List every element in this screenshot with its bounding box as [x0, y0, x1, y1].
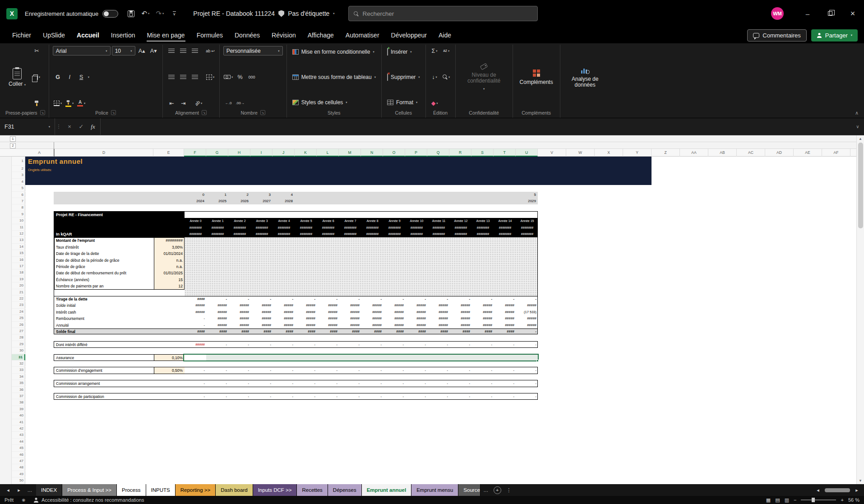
cell-G27[interactable]: #### [207, 328, 227, 334]
row-header-38[interactable]: 38 [12, 399, 25, 406]
restore-button[interactable] [819, 0, 841, 27]
copy-button[interactable]: ▾ [32, 72, 42, 82]
number-format-combo[interactable]: Personnalisée▾ [223, 46, 283, 55]
cell-R25[interactable]: ##### [450, 315, 470, 322]
scale-year-2028[interactable]: 2028 [273, 198, 293, 204]
cell-L22[interactable]: - [317, 296, 337, 302]
cell-J35[interactable]: - [273, 380, 293, 387]
row-header-27[interactable]: 27 [12, 328, 25, 334]
cell-P35[interactable]: - [406, 380, 426, 387]
tab-options-icon[interactable]: ⋮ [504, 484, 514, 496]
ribbon-tab-mise-en-page[interactable]: Mise en page [141, 27, 191, 43]
year-header-4[interactable]: Année 4 [273, 218, 295, 224]
cell-O37[interactable]: - [383, 393, 404, 400]
cell-E13[interactable]: ######## [154, 237, 183, 244]
cell-D16[interactable]: Date de début de la période de grâce [56, 257, 119, 264]
cell-P26[interactable]: ##### [406, 322, 426, 328]
row-header-8[interactable]: 8 [12, 204, 25, 211]
cell-E17[interactable]: n.a. [154, 264, 183, 270]
cell-D15[interactable]: Date de tirage de la dette [56, 250, 99, 257]
row-header-31[interactable]: 31 [12, 354, 25, 361]
column-header-A[interactable]: A [25, 149, 54, 157]
new-sheet-button[interactable]: + [494, 486, 501, 494]
cell-D14[interactable]: Taux d'intérêt [56, 244, 79, 250]
cell-P33[interactable]: - [406, 367, 426, 374]
year-header-10[interactable]: Année 10 [406, 218, 428, 224]
cell-H25[interactable]: ##### [229, 315, 249, 322]
cell-T23[interactable]: ##### [494, 302, 514, 309]
cell-H23[interactable]: ##### [229, 302, 249, 309]
cell-J37[interactable]: - [273, 393, 293, 400]
cell-I33[interactable]: - [251, 367, 271, 374]
tabs-overflow-icon[interactable]: … [481, 484, 491, 496]
cell-U35[interactable]: - [516, 380, 536, 387]
cell-M35[interactable]: - [339, 380, 360, 387]
row-header-34[interactable]: 34 [12, 374, 25, 380]
cell-N33[interactable]: - [361, 367, 382, 374]
column-header-N[interactable]: N [361, 149, 383, 157]
cell-L35[interactable]: - [317, 380, 337, 387]
cell-F29[interactable]: ##### [185, 342, 205, 348]
align-center-button[interactable] [178, 72, 189, 82]
row-header-15[interactable]: 15 [12, 250, 25, 256]
hscroll-thumb[interactable] [825, 488, 850, 492]
year-header-6[interactable]: Année 6 [317, 218, 339, 224]
name-box[interactable]: F31▾ [0, 118, 55, 135]
cell-J22[interactable]: - [273, 296, 293, 302]
cell-D29[interactable]: Dont intérêt différé [56, 342, 88, 348]
cell-K33[interactable]: - [295, 367, 315, 374]
scale-year-2026[interactable]: 2026 [228, 198, 249, 204]
font-size-combo[interactable]: 10▾ [112, 46, 135, 55]
cell-R29[interactable]: - [450, 342, 470, 348]
decrease-indent-button[interactable]: ⇤ [166, 98, 177, 108]
cell-G29[interactable]: - [207, 342, 227, 348]
cell-H37[interactable]: - [229, 393, 249, 400]
italic-button[interactable]: I [65, 72, 75, 82]
decrease-decimal-button[interactable]: .00→ [235, 98, 245, 108]
autosum-button[interactable]: Σ▾ [430, 46, 440, 55]
cell-P27[interactable]: #### [406, 328, 426, 334]
cell-G35[interactable]: - [207, 380, 227, 387]
cell-L33[interactable]: - [317, 367, 337, 374]
cell-S25[interactable]: ##### [472, 315, 492, 322]
accessibility-status[interactable]: Accessibilité : consultez nos recommanda… [42, 497, 144, 503]
row-header-42[interactable]: 42 [12, 425, 25, 432]
cell-D37[interactable]: Commission de participation [56, 393, 104, 400]
row-header-5[interactable]: 5 [12, 185, 25, 191]
cell-Q26[interactable]: ##### [428, 322, 448, 328]
merge-center-button[interactable]: ▾ [205, 72, 216, 82]
cell-K26[interactable]: ##### [295, 322, 315, 328]
conditional-formatting-button[interactable]: Mise en forme conditionnelle▾ [291, 46, 378, 57]
row-header-47[interactable]: 47 [12, 458, 25, 464]
alignment-dialog-launcher[interactable]: ↘ [202, 110, 207, 115]
cell-T27[interactable]: #### [494, 328, 514, 334]
cell-G33[interactable]: - [207, 367, 227, 374]
row-header-43[interactable]: 43 [12, 432, 25, 438]
row-header-16[interactable]: 16 [12, 257, 25, 263]
row-header-17[interactable]: 17 [12, 263, 25, 269]
cell-Q27[interactable]: #### [428, 328, 448, 334]
cell-N26[interactable]: ##### [361, 322, 382, 328]
row-header-19[interactable]: 19 [12, 276, 25, 282]
cell-G37[interactable]: - [207, 393, 227, 400]
column-header-P[interactable]: P [405, 149, 427, 157]
cell-S29[interactable]: - [472, 342, 492, 348]
cell-U22[interactable]: - [516, 296, 536, 302]
unit-label-cell[interactable]: In kQAR [56, 231, 72, 237]
column-header-D[interactable]: D [54, 149, 153, 157]
cell-N35[interactable]: - [361, 380, 382, 387]
cell-R27[interactable]: #### [450, 328, 470, 334]
cell-P24[interactable]: ##### [406, 309, 426, 315]
row-header-12[interactable]: 12 [12, 231, 25, 237]
cell-Q22[interactable]: - [428, 296, 448, 302]
cell-F24[interactable]: ##### [185, 309, 205, 315]
column-header-U[interactable]: U [516, 149, 538, 157]
cell-O26[interactable]: ##### [383, 322, 404, 328]
cell-Q33[interactable]: - [428, 367, 448, 374]
cell-T24[interactable]: ##### [494, 309, 514, 315]
cell-G24[interactable]: ##### [207, 309, 227, 315]
name-box-splitter[interactable]: ⋮ [55, 124, 62, 129]
percent-style-button[interactable]: % [235, 72, 245, 82]
cell-F22[interactable]: #### [185, 296, 205, 302]
row-header-49[interactable]: 49 [12, 471, 25, 477]
